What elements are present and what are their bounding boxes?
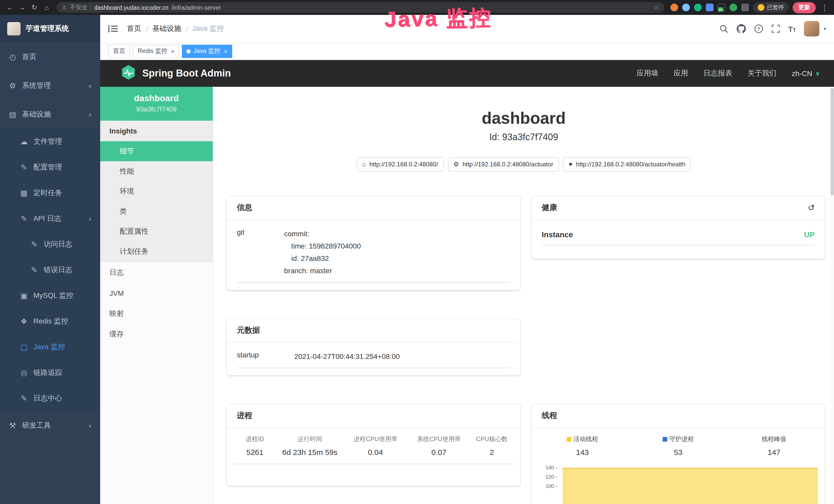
spring-boot-admin: Spring Boot Admin 应用墙 应用 日志报表 关于我们 zh-CN… — [100, 60, 834, 504]
fullscreen-icon[interactable] — [772, 25, 780, 33]
sba-logo-icon[interactable] — [121, 65, 136, 82]
sidebar-item-java-monitor[interactable]: ▢ Java 监控 — [0, 334, 100, 360]
tag-redis-monitor[interactable]: Redis 监控 × — [133, 44, 179, 58]
extension-icon-on[interactable]: on — [718, 4, 725, 11]
service-url-link[interactable]: ⌂ http://192.168.0.2:48080/ — [356, 157, 444, 172]
user-avatar[interactable] — [804, 21, 820, 37]
sba-instance-name: dashboard — [104, 93, 208, 104]
reload-icon[interactable]: ↻ — [29, 2, 40, 13]
sba-item-classes[interactable]: 类 — [100, 201, 213, 221]
sba-item-scheduled-tasks[interactable]: 计划任务 — [100, 241, 213, 261]
sba-item-environment[interactable]: 环境 — [100, 181, 213, 201]
sidebar-item-label: 首页 — [22, 52, 37, 62]
sidebar-item-mysql-monitor[interactable]: ▣ MySQL 监控 — [0, 283, 100, 308]
trace-icon: ◎ — [20, 368, 28, 377]
sidebar-item-infrastructure[interactable]: ▤ 基础设施 ∧ — [0, 100, 100, 129]
sidebar-toggle-button[interactable] — [108, 25, 118, 33]
sidebar-item-error-logs[interactable]: ✎ 错误日志 — [0, 257, 100, 283]
security-warning-icon[interactable]: ⚠ — [62, 4, 67, 11]
extension-icon-leaf[interactable] — [729, 4, 737, 11]
sidebar-item-config-management[interactable]: ✎ 配置管理 — [0, 155, 100, 180]
legend-label: 守护进程 — [670, 435, 694, 444]
sba-nav-journal[interactable]: 日志报表 — [704, 69, 732, 78]
update-button[interactable]: 更新 — [793, 2, 816, 13]
sidebar-item-redis-monitor[interactable]: ❖ Redis 监控 — [0, 308, 100, 334]
sidebar-item-scheduled-jobs[interactable]: ▦ 定时任务 — [0, 180, 100, 206]
extension-icon-grid[interactable] — [706, 4, 714, 11]
extension-icon-drop[interactable] — [682, 4, 690, 11]
extension-paused-pill[interactable]: 已暂停 — [753, 2, 789, 13]
extension-icon-puzzle[interactable] — [741, 4, 749, 11]
scrollbar-track[interactable] — [830, 87, 834, 504]
close-icon[interactable]: × — [224, 48, 227, 54]
sba-item-metrics[interactable]: 性能 — [100, 161, 213, 181]
sidebar-item-system-management[interactable]: ⚙ 系统管理 ∨ — [0, 71, 100, 100]
chevron-up-icon: ∧ — [88, 216, 92, 222]
chevron-down-icon: ∨ — [815, 70, 820, 77]
threads-chart: 140 120 100 — [534, 464, 822, 504]
sba-instance-id: 93a3fc7f7409 — [104, 105, 208, 113]
card-body: git commit: time: 1596289704000 id: 27aa… — [226, 220, 520, 290]
sba-item-details[interactable]: 细节 — [100, 141, 213, 161]
legend-value: 53 — [630, 448, 726, 457]
sba-nav-wallboard[interactable]: 应用墙 — [637, 69, 658, 78]
font-size-icon[interactable]: TT — [788, 25, 796, 32]
sba-nav-about[interactable]: 关于我们 — [748, 69, 776, 78]
sba-brand-title[interactable]: Spring Boot Admin — [142, 68, 231, 79]
navbar-actions: ? TT ▾ — [720, 21, 826, 37]
sidebar-item-label: 系统管理 — [22, 81, 51, 90]
back-icon[interactable]: ← — [4, 2, 16, 13]
breadcrumb-infrastructure[interactable]: 基础设施 — [152, 24, 181, 33]
tag-label: 首页 — [113, 47, 125, 55]
sba-item-logs[interactable]: 日志 — [100, 262, 213, 283]
sidebar-item-access-logs[interactable]: ✎ 访问日志 — [0, 232, 100, 257]
scrollbar-thumb[interactable] — [831, 88, 834, 196]
sba-item-jvm[interactable]: JVM — [100, 283, 213, 303]
info-label: git — [237, 228, 284, 277]
sidebar-item-label: 访问日志 — [44, 240, 72, 249]
sba-item-caches[interactable]: 缓存 — [100, 324, 213, 345]
cloud-icon: ☁ — [20, 137, 28, 146]
home-icon[interactable]: ⌂ — [41, 2, 52, 13]
java-monitor-icon: ▢ — [20, 343, 28, 352]
tag-home[interactable]: 首页 — [108, 44, 130, 58]
extension-icon-teal[interactable] — [694, 4, 702, 11]
metadata-label: startup — [237, 350, 294, 363]
sidebar-item-log-center[interactable]: ✎ 日志中心 — [0, 386, 100, 411]
extension-icon-orange[interactable] — [671, 4, 678, 11]
sidebar-item-file-management[interactable]: ☁ 文件管理 — [0, 129, 100, 155]
close-icon[interactable]: × — [171, 48, 174, 54]
sidebar-item-tracing[interactable]: ◎ 链路追踪 — [0, 360, 100, 386]
history-icon[interactable]: ↺ — [808, 203, 815, 213]
actuator-url-link[interactable]: ⚙ http://192.168.0.2:48080/actuator — [448, 157, 559, 172]
bookmark-star-icon[interactable]: ☆ — [653, 4, 659, 11]
help-icon[interactable]: ? — [754, 24, 763, 33]
sidebar-item-home[interactable]: ◴ 首页 — [0, 43, 100, 71]
tag-java-monitor[interactable]: Java 监控 × — [182, 44, 232, 58]
sba-item-config-props[interactable]: 配置属性 — [100, 221, 213, 241]
forward-icon[interactable]: → — [17, 2, 28, 13]
app-logo[interactable]: 芋道管理系统 — [0, 15, 100, 43]
sba-locale-select[interactable]: zh-CN ∨ — [792, 69, 820, 77]
sidebar-item-api-logs[interactable]: ✎ API 日志 ∧ — [0, 206, 100, 232]
card-title: 健康 — [542, 203, 557, 213]
breadcrumb-home[interactable]: 首页 — [127, 24, 141, 33]
threads-legend: 活动线程 143 守护进程 — [534, 435, 822, 457]
browser-menu-icon[interactable]: ⋮ — [821, 3, 828, 12]
tag-label: Java 监控 — [193, 47, 220, 55]
access-log-icon: ✎ — [30, 240, 39, 249]
sba-nav: 应用墙 应用 日志报表 关于我们 zh-CN ∨ — [637, 69, 820, 78]
url-path: /infra/admin-server — [172, 4, 221, 10]
main-area: 首页 / 基础设施 / Java 监控 ? — [100, 15, 834, 504]
health-url-link[interactable]: ♥ http://192.168.0.2:48080/actuator/heal… — [563, 157, 691, 172]
address-bar[interactable]: ⚠ 不安全 dashboard.yudao.iocoder.cn /infra/… — [57, 2, 664, 13]
sidebar-item-dev-tools[interactable]: ⚒ 研发工具 ∨ — [0, 411, 100, 440]
health-instance-row[interactable]: Instance UP — [542, 230, 815, 246]
sba-item-mappings[interactable]: 映射 — [100, 303, 213, 324]
sba-sidebar: dashboard 93a3fc7f7409 Insights 细节 性能 环境… — [100, 87, 213, 504]
sba-nav-applications[interactable]: 应用 — [674, 69, 688, 78]
sba-instance-block[interactable]: dashboard 93a3fc7f7409 — [100, 87, 213, 121]
github-icon[interactable] — [737, 24, 746, 33]
search-icon[interactable] — [720, 24, 728, 33]
url-host: dashboard.yudao.iocoder.cn — [94, 4, 169, 10]
